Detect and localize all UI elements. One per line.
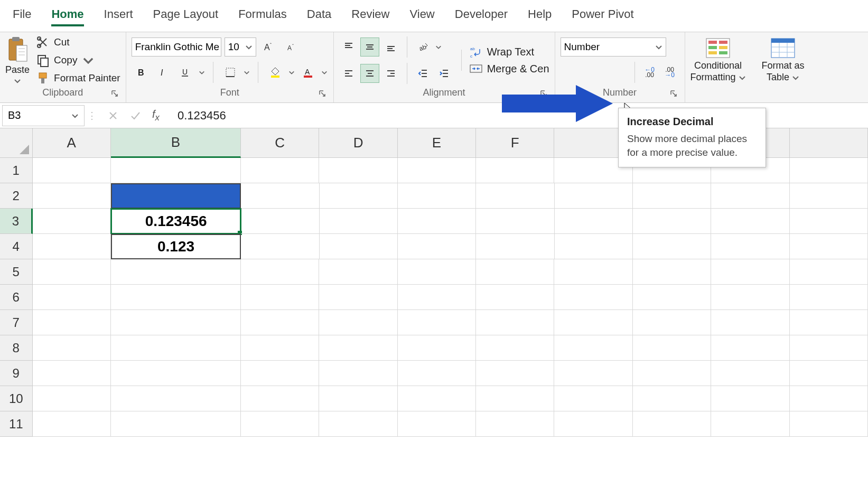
cell[interactable]: [790, 234, 868, 259]
wrap-text-button[interactable]: abc Wrap Text: [469, 45, 549, 59]
col-header-F[interactable]: F: [476, 128, 554, 158]
cell-B3[interactable]: 0.123456: [111, 209, 241, 234]
cell[interactable]: [790, 361, 868, 386]
col-header-B[interactable]: B: [111, 128, 241, 158]
cell[interactable]: [241, 386, 319, 411]
cell[interactable]: [33, 285, 111, 310]
align-right-button[interactable]: [381, 64, 400, 83]
cell[interactable]: [790, 183, 868, 209]
number-launcher-icon[interactable]: [669, 89, 678, 98]
cell[interactable]: [476, 183, 554, 209]
cell[interactable]: [633, 183, 711, 209]
italic-button[interactable]: I: [154, 63, 173, 82]
cell[interactable]: [33, 158, 111, 183]
number-format-select[interactable]: Number: [561, 37, 666, 57]
cell[interactable]: [319, 259, 397, 285]
cell[interactable]: [554, 411, 632, 437]
font-size-select[interactable]: 10: [225, 37, 256, 57]
cell[interactable]: [241, 411, 319, 437]
tab-file[interactable]: File: [13, 7, 31, 26]
align-center-button[interactable]: [360, 64, 379, 83]
font-color-button[interactable]: A: [298, 63, 318, 82]
cell[interactable]: [711, 335, 789, 361]
cell[interactable]: [241, 158, 319, 183]
name-box[interactable]: B3: [2, 105, 85, 126]
cell[interactable]: [398, 361, 476, 386]
alignment-launcher-icon[interactable]: [539, 89, 548, 98]
cell[interactable]: [711, 234, 789, 259]
cell[interactable]: [476, 386, 554, 411]
cell[interactable]: [319, 335, 397, 361]
align-middle-button[interactable]: [360, 37, 379, 57]
align-left-button[interactable]: [339, 64, 358, 83]
format-painter-button[interactable]: Format Painter: [36, 71, 120, 85]
tab-help[interactable]: Help: [528, 7, 552, 26]
paste-dropdown-icon[interactable]: [13, 77, 22, 85]
cancel-icon[interactable]: [108, 110, 118, 121]
cell[interactable]: [33, 411, 111, 437]
orientation-dropdown-icon[interactable]: [435, 37, 442, 57]
row-header-3[interactable]: 3: [0, 209, 33, 234]
cell[interactable]: [711, 310, 789, 335]
col-header-A[interactable]: A: [33, 128, 111, 158]
cell[interactable]: [476, 335, 554, 361]
merge-center-button[interactable]: Merge & Cen: [469, 62, 549, 76]
conditional-formatting-button[interactable]: ConditionalFormatting: [690, 37, 746, 83]
cell[interactable]: [111, 411, 241, 437]
cell[interactable]: [319, 285, 397, 310]
cell[interactable]: [319, 158, 397, 183]
cell[interactable]: [111, 310, 241, 335]
cell[interactable]: [633, 361, 711, 386]
row-header-9[interactable]: 9: [0, 361, 33, 386]
align-bottom-button[interactable]: [381, 37, 400, 57]
cell[interactable]: [633, 411, 711, 437]
cell[interactable]: [33, 234, 111, 259]
font-launcher-icon[interactable]: [318, 89, 327, 98]
cell[interactable]: [790, 386, 868, 411]
cell[interactable]: [476, 411, 554, 437]
cell[interactable]: [711, 183, 789, 209]
fill-color-dropdown-icon[interactable]: [288, 63, 295, 82]
cell[interactable]: [111, 285, 241, 310]
fx-icon[interactable]: fx: [152, 108, 160, 123]
row-header-2[interactable]: 2: [0, 183, 33, 209]
cell[interactable]: [554, 259, 632, 285]
cell[interactable]: [111, 259, 241, 285]
orientation-button[interactable]: ab: [414, 37, 433, 57]
underline-dropdown-icon[interactable]: [198, 63, 206, 82]
font-name-select[interactable]: Franklin Gothic Me: [132, 37, 221, 57]
cell[interactable]: [111, 361, 241, 386]
cell[interactable]: [555, 209, 633, 234]
cell[interactable]: [790, 310, 868, 335]
cell[interactable]: [111, 158, 241, 183]
enter-icon[interactable]: [130, 110, 141, 121]
border-button[interactable]: [221, 63, 240, 82]
cell[interactable]: [711, 259, 789, 285]
cell[interactable]: [790, 259, 868, 285]
cell[interactable]: [554, 310, 632, 335]
tab-formulas[interactable]: Formulas: [238, 7, 287, 26]
cell[interactable]: [320, 234, 398, 259]
col-header-E[interactable]: E: [398, 128, 476, 158]
cell-B2[interactable]: [111, 183, 241, 209]
cell[interactable]: [633, 335, 711, 361]
increase-font-button[interactable]: Aˆ: [259, 37, 278, 57]
cell[interactable]: [554, 285, 632, 310]
border-dropdown-icon[interactable]: [243, 63, 250, 82]
cell[interactable]: [476, 158, 554, 183]
cell[interactable]: [241, 335, 319, 361]
cell[interactable]: [241, 259, 319, 285]
tab-developer[interactable]: Developer: [455, 7, 508, 26]
cell[interactable]: [398, 411, 476, 437]
cell[interactable]: [33, 209, 111, 234]
cell[interactable]: [711, 285, 789, 310]
cell[interactable]: [633, 310, 711, 335]
cell[interactable]: [398, 386, 476, 411]
cell-B4[interactable]: 0.123: [111, 234, 241, 259]
tab-view[interactable]: View: [409, 7, 434, 26]
cell[interactable]: [555, 183, 633, 209]
row-header-1[interactable]: 1: [0, 158, 33, 183]
row-header-6[interactable]: 6: [0, 285, 33, 310]
cell[interactable]: [476, 259, 554, 285]
copy-dropdown-icon[interactable]: [81, 53, 95, 67]
